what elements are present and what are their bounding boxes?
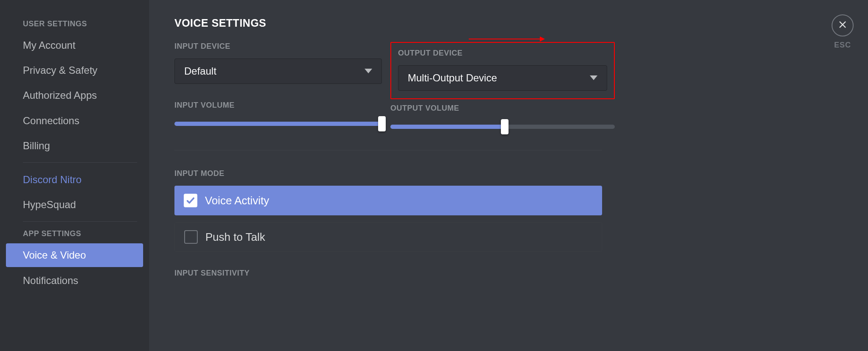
output-device-select[interactable]: Multi-Output Device: [398, 65, 607, 91]
output-device-value: Multi-Output Device: [408, 72, 497, 84]
sidebar-item-label: Notifications: [23, 275, 78, 286]
sidebar-separator: [23, 221, 137, 222]
checkbox-unchecked-icon: [184, 230, 198, 244]
settings-content: ESC VOICE SETTINGS INPUT DEVICE Default …: [149, 0, 868, 351]
input-mode-option-label: Voice Activity: [205, 194, 269, 207]
input-device-label: INPUT DEVICE: [174, 42, 382, 51]
sidebar-item-discord-nitro[interactable]: Discord Nitro: [6, 168, 143, 191]
page-title: VOICE SETTINGS: [174, 17, 851, 29]
close-button[interactable]: [832, 14, 854, 36]
sidebar-item-connections[interactable]: Connections: [6, 109, 143, 132]
svg-marker-3: [540, 36, 545, 42]
sidebar-item-label: Billing: [23, 140, 50, 151]
sidebar-item-label: Discord Nitro: [23, 174, 82, 185]
settings-sidebar: USER SETTINGS My Account Privacy & Safet…: [0, 0, 149, 351]
input-mode-option-label: Push to Talk: [205, 231, 265, 244]
close-label: ESC: [834, 41, 851, 50]
close-icon: [838, 20, 847, 31]
sidebar-header-app-settings: APP SETTINGS: [6, 227, 143, 243]
slider-thumb[interactable]: [501, 119, 509, 134]
sidebar-item-label: My Account: [23, 39, 75, 51]
sidebar-item-my-account[interactable]: My Account: [6, 33, 143, 57]
sidebar-item-label: Connections: [23, 115, 79, 126]
slider-thumb[interactable]: [378, 116, 386, 131]
sidebar-item-billing[interactable]: Billing: [6, 134, 143, 157]
input-device-select[interactable]: Default: [174, 58, 382, 84]
output-volume-label: OUTPUT VOLUME: [390, 104, 615, 113]
annotation-arrow: [469, 35, 545, 45]
input-mode-label: INPUT MODE: [174, 169, 602, 178]
divider: [174, 150, 602, 150]
input-volume-slider[interactable]: [174, 117, 382, 130]
slider-fill: [174, 122, 382, 126]
sidebar-separator: [23, 162, 137, 163]
sidebar-item-label: Voice & Video: [23, 249, 86, 261]
checkbox-checked-icon: [184, 194, 197, 207]
output-device-label: OUTPUT DEVICE: [398, 49, 607, 58]
sidebar-item-hypesquad[interactable]: HypeSquad: [6, 193, 143, 216]
close-area: ESC: [832, 14, 854, 50]
input-device-value: Default: [184, 65, 216, 77]
sidebar-item-authorized-apps[interactable]: Authorized Apps: [6, 84, 143, 107]
chevron-down-icon: [590, 75, 597, 81]
sidebar-item-voice-video[interactable]: Voice & Video: [6, 243, 143, 267]
sidebar-item-notifications[interactable]: Notifications: [6, 269, 143, 292]
output-volume-slider[interactable]: [390, 120, 615, 133]
svg-marker-4: [365, 69, 372, 73]
sidebar-item-privacy-safety[interactable]: Privacy & Safety: [6, 58, 143, 82]
svg-marker-5: [590, 75, 597, 80]
input-mode-push-to-talk[interactable]: Push to Talk: [174, 222, 602, 252]
input-sensitivity-label: INPUT SENSITIVITY: [174, 269, 602, 278]
chevron-down-icon: [365, 69, 372, 74]
sidebar-item-label: HypeSquad: [23, 199, 76, 210]
sidebar-header-user-settings: USER SETTINGS: [6, 17, 143, 33]
slider-track: [174, 122, 382, 126]
sidebar-item-label: Privacy & Safety: [23, 64, 97, 76]
slider-fill: [390, 125, 505, 129]
annotation-highlight-output-device: OUTPUT DEVICE Multi-Output Device: [390, 42, 615, 99]
input-mode-voice-activity[interactable]: Voice Activity: [174, 186, 602, 215]
input-volume-label: INPUT VOLUME: [174, 101, 382, 110]
sidebar-item-label: Authorized Apps: [23, 89, 97, 101]
